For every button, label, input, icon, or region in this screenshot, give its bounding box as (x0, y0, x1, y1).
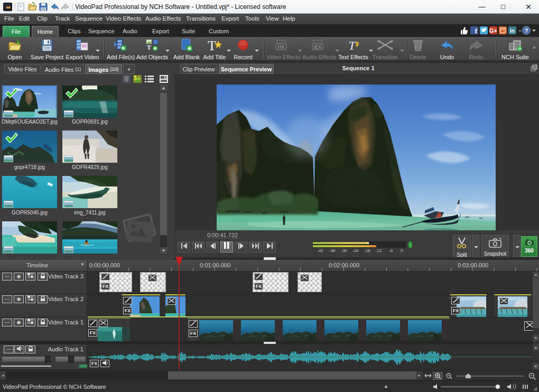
svg-text:G+: G+ (489, 27, 497, 34)
svg-text:T: T (147, 44, 151, 51)
svg-text:T: T (348, 39, 356, 52)
svg-text:T: T (208, 39, 216, 52)
svg-text:in: in (510, 28, 515, 34)
svg-text:IEX: IEX (314, 44, 322, 50)
svg-text:?: ? (525, 27, 528, 34)
svg-text:HX: HX (278, 44, 285, 50)
svg-text:f: f (475, 27, 478, 35)
